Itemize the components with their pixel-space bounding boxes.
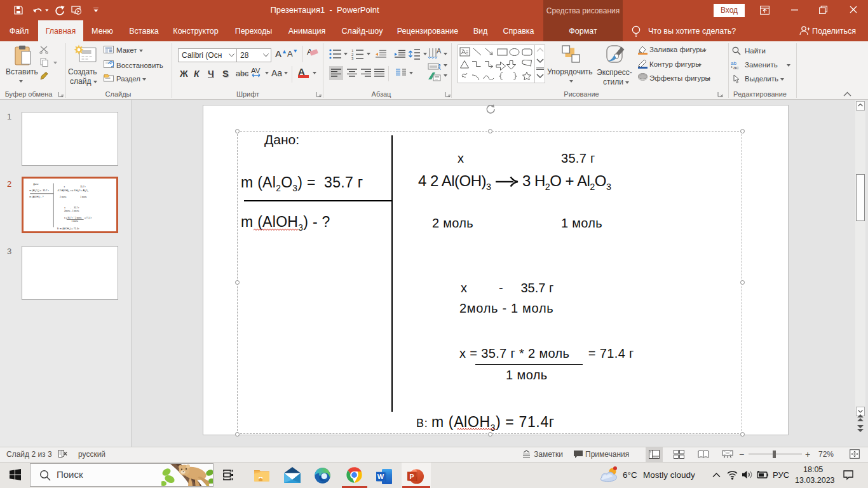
svg-text:А: А xyxy=(437,47,442,55)
svg-text:3: 3 xyxy=(351,57,354,60)
svg-text:ac: ac xyxy=(733,65,738,70)
svg-text:W: W xyxy=(377,473,384,480)
svg-text:P: P xyxy=(409,473,414,480)
